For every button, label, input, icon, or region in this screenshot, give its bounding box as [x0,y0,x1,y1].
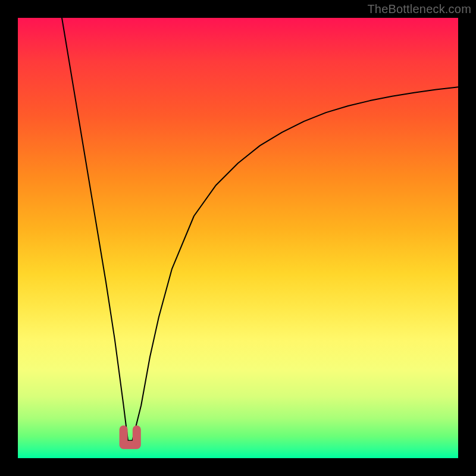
watermark-text: TheBottleneck.com [367,2,471,16]
plot-area [18,18,458,458]
chart-frame: TheBottleneck.com [0,0,476,476]
optimal-range-bracket [124,430,137,445]
chart-svg [18,18,458,458]
bottleneck-curve [62,18,458,440]
